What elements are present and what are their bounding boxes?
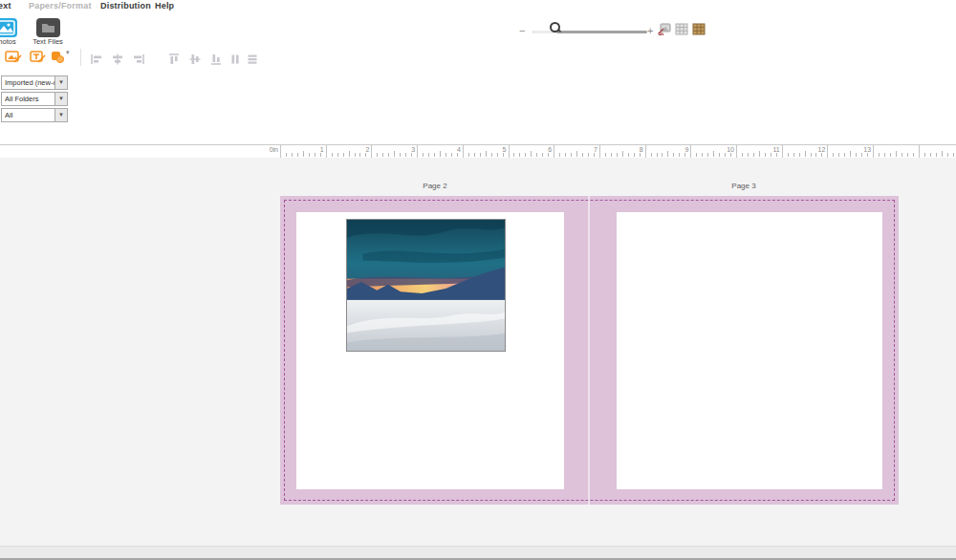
ruler-tick-label: 0in	[270, 146, 280, 153]
ruler-tick-label: 9	[684, 146, 690, 153]
book-spread[interactable]	[280, 196, 899, 505]
align-middle-icon	[189, 52, 201, 63]
folder-dropdown-value: All Folders	[5, 93, 54, 105]
align-top-icon	[168, 52, 180, 63]
photos-icon[interactable]	[0, 18, 17, 37]
ruler-tick-label: 2	[365, 146, 371, 153]
status-bar	[0, 546, 956, 558]
layout-canvas[interactable]: Page 2 Page 3	[0, 158, 956, 546]
distribute-horizontal-icon	[229, 52, 241, 63]
ruler-tick-label: 4	[457, 146, 463, 153]
photos-label: Photos	[0, 37, 25, 46]
menu-bar: Text Papers/Format Distribution Help	[0, 0, 956, 13]
object-toolbar: ▾	[0, 46, 956, 70]
toolbar-separator	[80, 49, 81, 66]
align-center-icon	[112, 52, 123, 63]
zoom-in-label[interactable]: +	[647, 25, 653, 36]
folder-dropdown[interactable]: All Folders ▼	[1, 92, 68, 106]
chevron-down-icon[interactable]: ▼	[54, 93, 67, 105]
grid-view-icon[interactable]	[675, 22, 688, 34]
zoom-out-label[interactable]: −	[519, 25, 525, 36]
ruler-tick-label: 3	[411, 146, 417, 153]
ruler-tick-label: 10	[727, 146, 736, 153]
page-3-area[interactable]	[617, 212, 882, 489]
type-dropdown[interactable]: All ▼	[1, 108, 68, 122]
spread-seam	[588, 196, 590, 505]
distribute-vertical-icon	[247, 52, 258, 63]
ruler-tick-label: 6	[548, 146, 554, 153]
text-files-label: Text Files	[25, 37, 71, 46]
add-text-box-icon[interactable]	[30, 50, 46, 68]
ruler-tick-label: 5	[503, 146, 509, 153]
type-dropdown-value: All	[5, 109, 54, 121]
left-page-label: Page 2	[406, 182, 464, 190]
ruler-tick-label: 7	[594, 146, 599, 153]
text-files-icon[interactable]	[36, 18, 60, 37]
ruler: 0in12345678910111213	[0, 144, 956, 159]
menu-text[interactable]: Text	[0, 1, 11, 11]
align-bottom-icon	[210, 52, 222, 63]
photo-strip-icon[interactable]	[692, 22, 706, 34]
ruler-tick-label: 11	[772, 146, 781, 153]
add-shape-caret-icon[interactable]: ▾	[66, 49, 70, 56]
menu-help[interactable]: Help	[155, 1, 174, 11]
add-photo-box-icon[interactable]	[5, 50, 22, 68]
chevron-down-icon[interactable]: ▼	[54, 109, 67, 121]
ruler-tick-label: 12	[818, 146, 828, 153]
ruler-tick-label: 13	[863, 146, 873, 153]
zoom-slider[interactable]: − +	[519, 25, 663, 40]
sort-dropdown-value: Imported (new-old)	[5, 76, 54, 89]
media-toolbar: Photos Text Files − +	[0, 13, 956, 47]
ruler-tick-label: 8	[640, 146, 645, 153]
menu-papers-format: Papers/Format	[29, 1, 92, 11]
chevron-down-icon[interactable]: ▼	[54, 76, 67, 89]
photo-browser: Imported (new-old) ▼ All Folders ▼ All ▼…	[0, 69, 956, 144]
placed-photo[interactable]	[346, 219, 506, 352]
right-page-label: Page 3	[715, 182, 772, 190]
align-left-icon	[91, 52, 102, 63]
photo-book-app: Text Papers/Format Distribution Help Pho…	[0, 0, 956, 560]
zoom-slider-handle[interactable]	[550, 22, 561, 33]
align-right-icon	[133, 52, 144, 63]
sort-dropdown[interactable]: Imported (new-old) ▼	[1, 75, 68, 90]
ruler-tick-label: 1	[320, 146, 326, 153]
add-shape-icon[interactable]	[50, 50, 65, 68]
edit-photo-icon[interactable]	[658, 22, 671, 34]
menu-distribution[interactable]: Distribution	[100, 1, 151, 11]
